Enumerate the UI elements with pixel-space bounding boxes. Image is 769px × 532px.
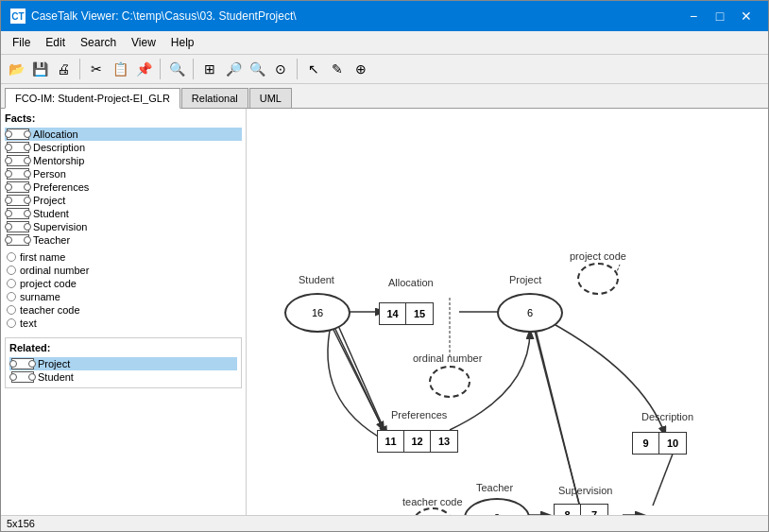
sidebar-item-student[interactable]: Student <box>5 207 242 220</box>
open-button[interactable]: 📂 <box>5 58 27 80</box>
sidebar-item-allocation[interactable]: Allocation <box>5 128 242 141</box>
title-bar-left: CT CaseTalk Viewer: C:\temp\Casus\03. St… <box>10 9 297 24</box>
zoom-out-button[interactable]: 🔍 <box>246 58 268 80</box>
sidebar-item-person[interactable]: Person <box>5 167 242 180</box>
cut-button[interactable]: ✂ <box>85 58 108 80</box>
rect-cell-12: 12 <box>404 431 431 452</box>
canvas-area[interactable]: Student 16 Allocation 14 15 Project 6 pr… <box>247 109 768 515</box>
allocation-rects[interactable]: 14 15 <box>379 302 434 325</box>
student-ellipse[interactable]: 16 <box>284 293 350 333</box>
tab-fcoim[interactable]: FCO-IM: Student-Project-EI_GLR <box>5 88 180 109</box>
project-code-ellipse[interactable] <box>577 263 619 295</box>
sidebar-label-student: Student <box>33 208 69 219</box>
sidebar: Facts: Allocation Description Mentorship… <box>1 109 247 515</box>
print-button[interactable]: 🖨 <box>52 58 75 80</box>
entity-icon-person <box>7 168 29 180</box>
zoom-fit-button[interactable]: ⊙ <box>269 58 292 80</box>
description-rects[interactable]: 9 10 <box>632 432 687 455</box>
tool2-button[interactable]: ✎ <box>326 58 349 80</box>
svg-line-11 <box>336 321 386 435</box>
ordinal-number-ellipse[interactable] <box>429 366 470 398</box>
tab-relational[interactable]: Relational <box>181 88 248 108</box>
related-label: Related: <box>9 342 237 353</box>
save-button[interactable]: 💾 <box>28 58 51 80</box>
radio-firstname <box>7 252 16 262</box>
menu-help[interactable]: Help <box>163 33 202 52</box>
menu-bar: File Edit Search View Help <box>1 31 768 55</box>
radio-text <box>7 318 16 328</box>
menu-edit[interactable]: Edit <box>38 33 73 52</box>
main-area: Facts: Allocation Description Mentorship… <box>1 109 768 515</box>
radio-teachercode <box>7 305 16 315</box>
main-window: CT CaseTalk Viewer: C:\temp\Casus\03. St… <box>0 0 769 532</box>
attr-teachercode-label: teacher code <box>20 304 80 316</box>
sidebar-label-allocation: Allocation <box>33 129 78 140</box>
grid-button[interactable]: ⊞ <box>198 58 221 80</box>
sidebar-item-preferences[interactable]: Preferences <box>5 180 242 194</box>
close-button[interactable]: ✕ <box>734 7 759 26</box>
project-label: Project <box>509 274 541 285</box>
find-button[interactable]: 🔍 <box>165 58 188 80</box>
sidebar-item-mentorship[interactable]: Mentorship <box>5 154 242 167</box>
preferences-rects[interactable]: 11 12 13 <box>377 430 458 453</box>
sidebar-item-teacher[interactable]: Teacher <box>5 233 242 247</box>
attr-ordinalnumber-label: ordinal number <box>20 265 89 276</box>
attr-projectcode-label: project code <box>20 278 77 289</box>
entity-icon-description <box>7 142 29 153</box>
tab-uml[interactable]: UML <box>249 88 292 108</box>
entity-icon-allocation <box>7 129 29 140</box>
rect-cell-9: 9 <box>633 433 659 454</box>
status-text: 5x156 <box>7 518 35 529</box>
supervision-rects[interactable]: 8 7 <box>554 504 608 515</box>
sidebar-item-description[interactable]: Description <box>5 141 242 154</box>
attr-surname-label: surname <box>20 291 60 302</box>
toolbar-group-2: ✂ 📋 📌 <box>85 58 155 80</box>
entity-icon-related-project <box>11 358 34 369</box>
toolbar-separator-2 <box>160 59 161 79</box>
related-item-project[interactable]: Project <box>9 357 237 370</box>
zoom-in-button[interactable]: 🔎 <box>222 58 245 80</box>
rect-cell-13: 13 <box>431 431 457 452</box>
sidebar-item-project[interactable]: Project <box>5 194 242 207</box>
attr-text-label: text <box>20 317 37 329</box>
teacher-ellipse[interactable]: 3 <box>464 498 530 515</box>
toolbar-separator-1 <box>79 59 80 79</box>
toolbar: 📂 💾 🖨 ✂ 📋 📌 🔍 ⊞ 🔎 🔍 ⊙ ↖ ✎ ⊕ <box>1 55 768 84</box>
attr-projectcode[interactable]: project code <box>5 277 242 290</box>
svg-line-3 <box>332 326 384 430</box>
attr-firstname[interactable]: first name <box>5 250 242 264</box>
app-icon-text: CT <box>11 11 24 22</box>
student-value: 16 <box>312 307 323 318</box>
minimize-button[interactable]: − <box>681 7 706 26</box>
attr-ordinalnumber[interactable]: ordinal number <box>5 264 242 277</box>
rect-cell-8: 8 <box>555 505 581 515</box>
rect-cell-14: 14 <box>380 303 406 324</box>
menu-file[interactable]: File <box>5 33 38 52</box>
teacher-code-ellipse[interactable] <box>412 507 453 515</box>
project-ellipse[interactable]: 6 <box>497 293 563 333</box>
related-item-student[interactable]: Student <box>9 370 237 384</box>
paste-button[interactable]: 📌 <box>132 58 155 80</box>
copy-button[interactable]: 📋 <box>109 58 131 80</box>
menu-search[interactable]: Search <box>73 33 124 52</box>
attributes-section: first name ordinal number project code s… <box>5 250 242 330</box>
facts-label: Facts: <box>5 112 242 124</box>
menu-view[interactable]: View <box>124 33 163 52</box>
sidebar-label-description: Description <box>33 142 85 153</box>
rect-cell-10: 10 <box>659 433 686 454</box>
attr-teachercode[interactable]: teacher code <box>5 303 242 317</box>
entity-icon-teacher <box>7 234 29 246</box>
rect-cell-11: 11 <box>378 431 404 452</box>
attr-surname[interactable]: surname <box>5 290 242 303</box>
maximize-button[interactable]: □ <box>708 7 732 26</box>
radio-ordinalnumber <box>7 266 16 275</box>
select-button[interactable]: ↖ <box>302 58 325 80</box>
radio-surname <box>7 292 16 301</box>
student-label: Student <box>299 274 334 285</box>
ordinal-number-label: ordinal number <box>413 352 482 364</box>
preferences-label: Preferences <box>391 409 447 420</box>
attr-text[interactable]: text <box>5 317 242 330</box>
sidebar-item-supervision[interactable]: Supervision <box>5 220 242 233</box>
tool3-button[interactable]: ⊕ <box>350 58 372 80</box>
status-bar: 5x156 <box>1 515 768 531</box>
